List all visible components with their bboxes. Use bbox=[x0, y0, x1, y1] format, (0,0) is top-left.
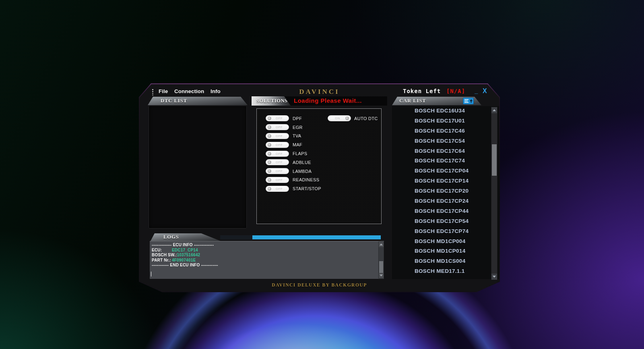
start-stop-toggle[interactable]: OFF bbox=[266, 186, 289, 192]
toggle-row: OFF START/STOP bbox=[257, 184, 381, 193]
car-list-item[interactable]: BOSCH EDC17CP74 bbox=[392, 226, 500, 237]
progress-bar bbox=[220, 235, 381, 239]
log-line: ------------ END ECU INFO ------------ bbox=[152, 263, 376, 268]
toggle-knob bbox=[268, 116, 271, 120]
egr-toggle[interactable]: OFF bbox=[266, 124, 289, 130]
car-list-scrollbar[interactable] bbox=[491, 107, 497, 280]
readiness-toggle[interactable]: OFF bbox=[266, 177, 289, 183]
toggle-row: OFF EGR bbox=[257, 123, 381, 132]
toggle-label: EGR bbox=[293, 125, 303, 130]
car-list-item[interactable]: BOSCH EDC17C64 bbox=[392, 146, 500, 156]
car-list-header: CAR LIST bbox=[392, 97, 481, 105]
car-list-sort-icon[interactable] bbox=[463, 98, 474, 104]
tab-solutions[interactable]: SOLUTIONS bbox=[252, 96, 291, 106]
car-list-panel: BOSCH EDC16U34 BOSCH EDC17U01 BOSCH EDC1… bbox=[392, 106, 500, 279]
log-line: BOSCH SW.:1037516642 bbox=[152, 253, 376, 258]
tva-toggle[interactable]: OFF bbox=[266, 133, 289, 139]
car-list-item[interactable]: BOSCH EDC17CP24 bbox=[392, 196, 500, 206]
car-list-item[interactable]: BOSCH MED17.1.1 bbox=[392, 266, 500, 276]
toggle-label: READINESS bbox=[293, 177, 319, 182]
log-line: ECU:EDC17_CP14 bbox=[152, 248, 376, 253]
toggle-label: DPF bbox=[293, 116, 302, 121]
menu-bar: File Connection Info DAVINCI Token Left … bbox=[140, 87, 499, 97]
solutions-panel: OFF DPF OFF EGR OFF TVA OFF MAF OFF FL bbox=[256, 108, 382, 224]
toggle-label: TVA bbox=[293, 133, 301, 138]
toggle-knob bbox=[268, 169, 271, 173]
maf-toggle[interactable]: OFF bbox=[266, 142, 289, 148]
log-output: -------------- ECU INFO -------------- E… bbox=[150, 241, 384, 279]
toggle-row: OFF FLAPS bbox=[257, 149, 381, 158]
toggle-row: OFF TVA bbox=[257, 132, 381, 141]
flaps-toggle[interactable]: OFF bbox=[266, 151, 289, 157]
dtc-list-header: DTC LIST bbox=[148, 97, 248, 105]
toggle-label: LAMBDA bbox=[293, 169, 312, 174]
toggle-knob bbox=[268, 160, 271, 164]
car-list-item[interactable]: BOSCH EDC17U01 bbox=[392, 116, 500, 126]
scroll-up-icon[interactable] bbox=[379, 242, 384, 247]
toggle-knob bbox=[268, 125, 271, 129]
toggle-label: START/STOP bbox=[293, 186, 321, 191]
adblue-toggle[interactable]: OFF bbox=[266, 159, 289, 165]
car-list-item[interactable]: BOSCH EDC17CP04 bbox=[392, 166, 500, 176]
toggle-knob bbox=[268, 187, 271, 191]
car-list-item[interactable]: BOSCH MD1CP004 bbox=[392, 237, 500, 247]
car-list-item[interactable]: BOSCH EDC16U34 bbox=[392, 106, 500, 116]
log-line: -------------- ECU INFO -------------- bbox=[152, 243, 376, 248]
toggle-label: AUTO DTC bbox=[354, 116, 378, 121]
toggle-row: OFF LAMBDA bbox=[257, 167, 381, 176]
toggle-row: OFF ADBLUE bbox=[257, 158, 381, 167]
car-list-item[interactable]: BOSCH EDC17C54 bbox=[392, 136, 500, 146]
toggle-knob bbox=[268, 178, 271, 182]
auto-dtc-toggle[interactable]: ON bbox=[328, 115, 351, 121]
close-button[interactable]: X bbox=[483, 87, 487, 95]
text-cursor bbox=[151, 272, 151, 276]
toggle-knob bbox=[345, 116, 349, 120]
toggle-label: MAF bbox=[293, 142, 302, 147]
car-list-item[interactable]: BOSCH EDC17C74 bbox=[392, 156, 500, 166]
car-list-item[interactable]: BOSCH MD1CP014 bbox=[392, 246, 500, 256]
app-title: DAVINCI bbox=[140, 88, 499, 96]
token-left-value: [N/A] bbox=[446, 88, 465, 94]
car-list-item[interactable]: BOSCH EDC17CP20 bbox=[392, 186, 500, 196]
scroll-up-icon[interactable] bbox=[491, 107, 497, 113]
scroll-down-icon[interactable] bbox=[379, 273, 384, 278]
logs-header: LOGS bbox=[151, 233, 221, 241]
scrollbar-thumb[interactable] bbox=[492, 144, 497, 176]
car-list-item[interactable]: BOSCH EDC17C46 bbox=[392, 126, 500, 136]
log-scrollbar[interactable] bbox=[378, 241, 384, 278]
minimize-button[interactable]: _ bbox=[475, 87, 478, 94]
toggle-label: ADBLUE bbox=[293, 160, 311, 165]
toggle-knob bbox=[268, 134, 271, 138]
footer-credit: DAVINCI DELUXE BY BACKGROUP bbox=[140, 283, 499, 287]
token-left-label: Token Left bbox=[403, 88, 441, 94]
car-list-item[interactable]: BOSCH EDC17CP44 bbox=[392, 206, 500, 216]
log-line: PART Nr.:4F0907401E bbox=[152, 258, 376, 263]
scroll-down-icon[interactable] bbox=[491, 274, 497, 280]
davinci-window: File Connection Info DAVINCI Token Left … bbox=[139, 83, 500, 292]
progress-bar-fill bbox=[252, 235, 381, 239]
toggle-row: ON AUTO DTC bbox=[328, 114, 378, 123]
car-list-item[interactable]: BOSCH EDC17CP54 bbox=[392, 216, 500, 226]
desktop-background: File Connection Info DAVINCI Token Left … bbox=[0, 0, 644, 349]
toggle-knob bbox=[268, 143, 271, 147]
toggle-label: FLAPS bbox=[293, 151, 307, 156]
dtc-list-panel bbox=[149, 106, 247, 229]
dpf-toggle[interactable]: OFF bbox=[266, 115, 289, 121]
toggle-row: OFF READINESS bbox=[257, 176, 381, 185]
toggle-row: OFF MAF bbox=[257, 140, 381, 149]
toggle-knob bbox=[268, 152, 271, 156]
loading-status-text: Loading Please Wait... bbox=[294, 97, 362, 104]
car-list-item[interactable]: BOSCH MD1CS004 bbox=[392, 256, 500, 266]
lambda-toggle[interactable]: OFF bbox=[266, 168, 289, 174]
car-list-item[interactable]: BOSCH EDC17CP14 bbox=[392, 176, 500, 186]
